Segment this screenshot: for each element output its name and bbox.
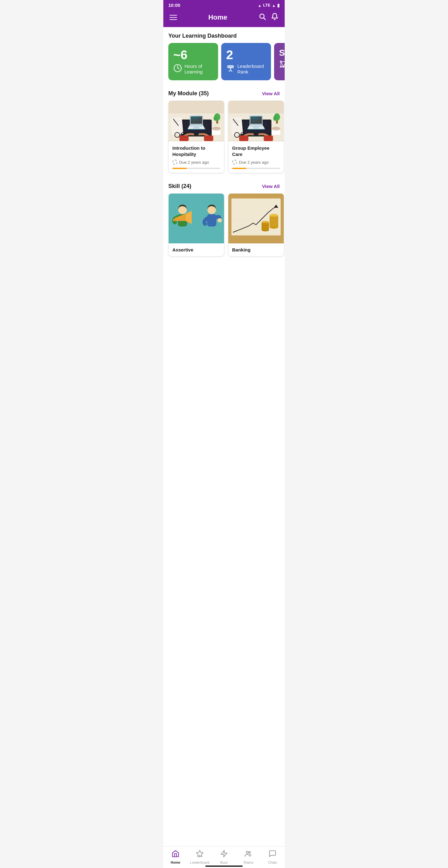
svg-rect-51: [230, 117, 243, 135]
skill-cards-list: Assertive: [163, 193, 285, 263]
skill-card-0[interactable]: Assertive: [168, 193, 224, 256]
streak-value: S: [279, 49, 285, 57]
skill-card-title-1: Banking: [232, 247, 280, 252]
svg-point-91: [262, 221, 269, 223]
skill-card-body-0: Assertive: [169, 243, 224, 256]
svg-point-35: [214, 116, 217, 121]
notification-icon[interactable]: [271, 13, 279, 22]
wifi-icon: [258, 2, 262, 8]
skill-card-image-0: [169, 193, 224, 243]
main-content: Your Learning Dashboard ~6 Hours of Lear…: [163, 27, 285, 855]
skill-section-title: Skill (24): [168, 183, 191, 189]
header-title: Home: [208, 13, 227, 22]
lte-label: LTE: [263, 3, 271, 7]
leaderboard-rank-card[interactable]: 2 Leaderboard Rank: [221, 43, 271, 80]
nav-item-teams[interactable]: Teams: [236, 846, 260, 855]
svg-point-57: [271, 127, 280, 131]
module-card-image-0: [169, 101, 224, 141]
nav-item-chats[interactable]: Chats: [260, 846, 285, 855]
module-card-due-1: Due 2 years ago: [232, 160, 280, 165]
home-nav-icon: [171, 850, 180, 855]
skill-card-1[interactable]: Banking: [228, 193, 284, 256]
leaderboard-nav-icon: [196, 850, 204, 855]
chats-nav-icon: [268, 850, 277, 855]
skill-card-title-0: Assertive: [172, 247, 220, 252]
svg-marker-95: [196, 850, 203, 855]
battery-icon: [277, 2, 280, 8]
header-actions: [259, 13, 279, 22]
module-card-title-0: Introduction to Hospitality: [172, 145, 220, 157]
hours-label: Hours of Learning: [185, 63, 213, 75]
network-icon: [279, 60, 285, 70]
due-text-1: Due 2 years ago: [239, 160, 268, 165]
svg-rect-65: [264, 135, 273, 141]
workspace-illustration-0: [169, 101, 224, 141]
nav-item-buzz[interactable]: Buzz: [212, 846, 236, 855]
dashboard-section-title: Your Learning Dashboard: [163, 27, 285, 43]
rank-label: Leaderboard Rank: [237, 63, 266, 75]
svg-point-4: [230, 66, 231, 67]
svg-marker-97: [221, 850, 227, 855]
svg-line-1: [264, 18, 266, 20]
clock-icon: [173, 64, 182, 74]
module-card-body-1: Group Employee Care Due 2 years ago: [228, 141, 284, 173]
module-card-body-0: Introduction to Hospitality Due 2 years …: [169, 141, 224, 173]
svg-rect-39: [180, 135, 189, 141]
module-card-due-0: Due 2 years ago: [172, 160, 220, 165]
svg-point-84: [270, 214, 279, 217]
due-circle-1: [232, 160, 237, 165]
signal-icon: [272, 2, 276, 8]
teams-nav-icon: [244, 850, 252, 855]
progress-bar-container-1: [232, 168, 280, 169]
module-section-header: My Module (35) View All: [163, 85, 285, 100]
svg-point-99: [249, 851, 251, 853]
time: 10:00: [168, 2, 180, 8]
svg-rect-26: [170, 117, 183, 135]
module-section-title: My Module (35): [168, 90, 209, 97]
hours-of-learning-card[interactable]: ~6 Hours of Learning: [168, 43, 218, 80]
workspace-illustration-1: [228, 101, 284, 141]
progress-bar-container-0: [172, 168, 220, 169]
skill-view-all[interactable]: View All: [262, 184, 280, 189]
search-icon[interactable]: [259, 13, 266, 22]
skill-card-image-1: [228, 193, 284, 243]
header: Home: [163, 10, 285, 27]
banking-illustration: [228, 193, 284, 243]
assertive-illustration: [169, 193, 224, 243]
svg-rect-40: [204, 135, 214, 141]
svg-point-32: [212, 127, 221, 131]
due-text-0: Due 2 years ago: [179, 160, 209, 165]
bottom-nav: Home Leaderboard Buzz Team: [163, 846, 285, 855]
svg-line-12: [283, 62, 285, 67]
nav-item-home[interactable]: Home: [163, 846, 188, 855]
status-icons: LTE: [258, 2, 280, 8]
module-card-image-1: [228, 101, 284, 141]
skill-section-header: Skill (24) View All: [163, 178, 285, 193]
progress-bar-0: [172, 168, 187, 169]
streak-card[interactable]: S: [274, 43, 285, 80]
svg-point-60: [273, 116, 277, 121]
trophy-icon: [226, 64, 235, 74]
hours-value: ~6: [173, 49, 213, 61]
buzz-nav-icon: [220, 850, 228, 855]
status-bar: 10:00 LTE: [163, 0, 285, 10]
nav-item-leaderboard[interactable]: Leaderboard: [188, 846, 212, 855]
module-view-all[interactable]: View All: [262, 91, 280, 96]
due-circle-0: [172, 160, 177, 165]
menu-button[interactable]: [169, 15, 177, 20]
rank-value: 2: [226, 49, 266, 61]
module-card-0[interactable]: Introduction to Hospitality Due 2 years …: [168, 100, 224, 173]
svg-rect-64: [239, 135, 249, 141]
svg-point-74: [218, 218, 222, 222]
svg-point-98: [247, 851, 249, 854]
skill-card-body-1: Banking: [228, 243, 284, 256]
module-card-title-1: Group Employee Care: [232, 145, 280, 157]
svg-rect-73: [207, 214, 217, 226]
dashboard-cards: ~6 Hours of Learning 2: [163, 43, 285, 85]
svg-rect-71: [173, 219, 175, 221]
module-cards-list: Introduction to Hospitality Due 2 years …: [163, 100, 285, 178]
progress-bar-1: [232, 168, 247, 169]
module-card-1[interactable]: Group Employee Care Due 2 years ago: [228, 100, 284, 173]
